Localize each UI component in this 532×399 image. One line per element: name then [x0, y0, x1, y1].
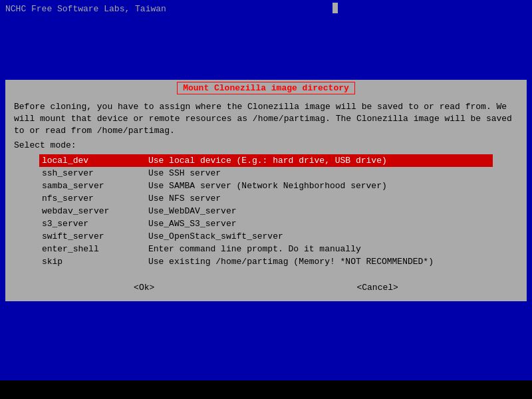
option-row[interactable]: skipUse existing /home/partimag (Memory!…: [39, 255, 493, 268]
ok-button[interactable]: <Ok>: [128, 281, 160, 294]
option-row[interactable]: samba_serverUse SAMBA server (Network Ne…: [39, 180, 493, 192]
options-list: local_devUse local device (E.g.: hard dr…: [39, 154, 493, 268]
dialog-title: Mount Clonezilla image directory: [177, 82, 355, 94]
option-key: local_dev: [42, 156, 148, 166]
dialog-box: Mount Clonezilla image directory Before …: [5, 80, 527, 301]
option-key: enter_shell: [42, 244, 148, 254]
option-desc: Use existing /home/partimag (Memory! *NO…: [148, 257, 490, 267]
option-row[interactable]: enter_shellEnter command line prompt. Do…: [39, 243, 493, 255]
option-key: ssh_server: [42, 168, 148, 178]
option-desc: Use NFS server: [148, 194, 490, 203]
cursor-indicator: [332, 3, 338, 13]
option-key: webdav_server: [42, 206, 148, 216]
option-key: skip: [42, 257, 148, 267]
description-text: Before cloning, you have to assign where…: [14, 101, 518, 138]
option-desc: Use local device (E.g.: hard drive, USB …: [148, 156, 490, 166]
option-desc: Use_WebDAV_server: [148, 206, 490, 216]
option-desc: Use SAMBA server (Network Neighborhood s…: [148, 181, 490, 191]
option-desc: Use SSH server: [148, 168, 490, 178]
select-mode-label: Select mode:: [14, 140, 518, 150]
option-row[interactable]: s3_serverUse_AWS_S3_server: [39, 217, 493, 230]
dialog-body: Before cloning, you have to assign where…: [6, 96, 526, 273]
option-desc: Use_OpenStack_swift_server: [148, 231, 490, 241]
description-line2: will mount that device or remote resourc…: [14, 114, 512, 124]
buttons-row: <Ok> <Cancel>: [6, 273, 526, 301]
option-key: samba_server: [42, 181, 148, 191]
description-line1: Before cloning, you have to assign where…: [14, 102, 507, 112]
option-row[interactable]: nfs_serverUse NFS server: [39, 192, 493, 205]
option-key: s3_server: [42, 219, 148, 229]
option-desc: Enter command line prompt. Do it manuall…: [148, 244, 490, 254]
option-row[interactable]: local_devUse local device (E.g.: hard dr…: [39, 154, 493, 167]
option-row[interactable]: ssh_serverUse SSH server: [39, 167, 493, 180]
option-key: nfs_server: [42, 194, 148, 203]
description-line3: to or read from /home/partimag.: [14, 126, 175, 136]
dialog-title-bar: Mount Clonezilla image directory: [6, 80, 526, 96]
option-key: swift_server: [42, 231, 148, 241]
option-row[interactable]: webdav_serverUse_WebDAV_server: [39, 205, 493, 217]
taskbar: [0, 380, 532, 399]
option-desc: Use_AWS_S3_server: [148, 219, 490, 229]
option-row[interactable]: swift_serverUse_OpenStack_swift_server: [39, 230, 493, 243]
cancel-button[interactable]: <Cancel>: [351, 281, 403, 294]
header-title: NCHC Free Software Labs, Taiwan: [0, 0, 532, 14]
